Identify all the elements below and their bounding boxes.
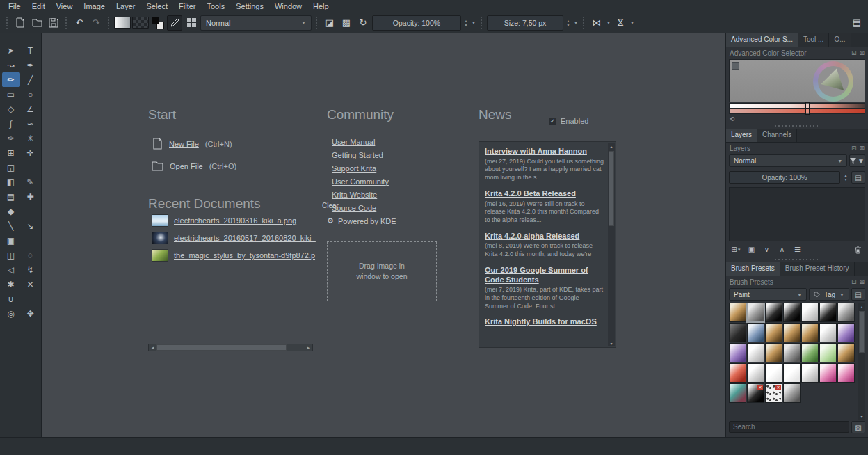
save-button[interactable] bbox=[46, 15, 61, 31]
brush-filter-dropdown[interactable]: Paint bbox=[729, 288, 807, 301]
toolbar-drag-handle[interactable] bbox=[65, 17, 67, 29]
new-file-link[interactable]: New File bbox=[169, 140, 199, 148]
menu-item[interactable]: Select bbox=[140, 1, 173, 12]
brush-preset[interactable] bbox=[837, 323, 855, 342]
scroll-left-icon[interactable] bbox=[149, 344, 156, 351]
menu-item[interactable]: Image bbox=[78, 1, 111, 12]
add-layer-button[interactable]: ⊞▼ bbox=[730, 244, 743, 255]
docker-splitter[interactable] bbox=[726, 123, 868, 129]
brush-preset[interactable] bbox=[783, 323, 801, 342]
tool-calligraphy[interactable]: ✒ bbox=[22, 58, 40, 72]
horizontal-scrollbar[interactable] bbox=[148, 344, 313, 351]
search-options-button[interactable]: ▧ bbox=[851, 421, 865, 433]
float-docker-icon[interactable]: ⊡ bbox=[851, 49, 857, 56]
brush-search-input[interactable] bbox=[729, 421, 849, 433]
toolbar-drag-handle[interactable] bbox=[481, 17, 483, 29]
tool-measure[interactable]: ↘ bbox=[22, 218, 40, 233]
redo-button[interactable]: ↷ bbox=[88, 15, 104, 31]
chevron-down-icon[interactable] bbox=[606, 21, 611, 25]
tool-crop[interactable]: ◱ bbox=[2, 160, 20, 175]
tool-pan[interactable]: ✥ bbox=[22, 306, 40, 321]
float-docker-icon[interactable]: ⊡ bbox=[851, 145, 857, 152]
tool-select-similar-color[interactable]: ✱ bbox=[2, 277, 20, 292]
open-file-link[interactable]: Open File bbox=[170, 162, 203, 170]
menu-item[interactable]: Window bbox=[269, 1, 307, 12]
duplicate-layer-button[interactable]: ▣ bbox=[745, 244, 758, 255]
brush-preset[interactable] bbox=[765, 363, 782, 383]
choose-gradient-button[interactable] bbox=[114, 15, 131, 31]
brush-preset[interactable] bbox=[801, 303, 819, 322]
eraser-mode-button[interactable]: ◪ bbox=[322, 15, 337, 31]
tool-color-sampler[interactable]: ✎ bbox=[22, 175, 40, 189]
float-docker-icon[interactable]: ⊡ bbox=[851, 278, 857, 285]
community-link[interactable]: User Community bbox=[332, 177, 389, 186]
tab-tool-options[interactable]: Tool ... bbox=[798, 33, 829, 47]
chevron-down-icon[interactable] bbox=[573, 21, 579, 25]
edit-brush-settings-button[interactable] bbox=[167, 15, 182, 31]
scrollbar-handle[interactable] bbox=[609, 151, 614, 226]
brush-preset[interactable] bbox=[765, 383, 782, 403]
menu-item[interactable]: File bbox=[3, 1, 26, 12]
menu-item[interactable]: Help bbox=[307, 1, 335, 12]
community-link[interactable]: Source Code bbox=[332, 204, 376, 212]
brush-grid-scrollbar[interactable] bbox=[858, 303, 865, 420]
tool-text[interactable]: T bbox=[22, 43, 40, 58]
menu-item[interactable]: Edit bbox=[26, 1, 51, 12]
brush-preset[interactable] bbox=[819, 343, 837, 362]
mirror-vertical-button[interactable]: ⋈ bbox=[613, 15, 628, 31]
acs-settings-icon[interactable] bbox=[732, 62, 739, 70]
close-docker-icon[interactable]: ⊠ bbox=[859, 49, 865, 56]
move-layer-down-button[interactable]: ∨ bbox=[760, 244, 773, 255]
tab-layers[interactable]: Layers bbox=[726, 129, 757, 142]
tool-select-magnetic[interactable]: ∪ bbox=[2, 292, 20, 306]
community-link[interactable]: Support Krita bbox=[332, 164, 376, 173]
refresh-icon[interactable]: ⟲ bbox=[730, 115, 735, 122]
new-document-button[interactable] bbox=[13, 15, 28, 31]
tool-freehand-path[interactable]: ∽ bbox=[22, 116, 40, 131]
community-link[interactable]: Getting Started bbox=[332, 151, 383, 159]
tool-select-bezier[interactable]: ✕ bbox=[22, 277, 40, 292]
tab-overview[interactable]: O... bbox=[829, 33, 851, 47]
brush-preset[interactable] bbox=[729, 383, 746, 403]
chevron-down-icon[interactable] bbox=[629, 21, 635, 25]
tab-brush-preset-history[interactable]: Brush Preset History bbox=[780, 262, 855, 276]
close-docker-icon[interactable]: ⊠ bbox=[859, 278, 865, 285]
tag-dropdown[interactable]: Tag bbox=[809, 288, 849, 301]
preserve-alpha-button[interactable]: ▩ bbox=[339, 15, 354, 31]
tool-fill[interactable]: ◆ bbox=[2, 204, 20, 218]
news-item-link[interactable]: Interview with Anna Hannon bbox=[485, 147, 604, 157]
news-enabled-checkbox[interactable]: ✓ Enabled bbox=[549, 117, 588, 125]
recent-document-link[interactable]: the_magic_stylus_by_tysontan-d9fp872.p bbox=[174, 251, 315, 260]
brush-preset[interactable] bbox=[765, 303, 782, 322]
news-scrollbar[interactable] bbox=[608, 143, 615, 346]
menu-item[interactable]: Layer bbox=[111, 1, 141, 12]
layer-list-options-button[interactable]: ▤ bbox=[851, 171, 865, 184]
tab-channels[interactable]: Channels bbox=[757, 129, 797, 142]
color-wheel[interactable] bbox=[813, 61, 853, 102]
scroll-right-icon[interactable] bbox=[305, 344, 312, 351]
layer-properties-button[interactable]: ☰ bbox=[791, 244, 804, 255]
tool-dynamic-brush[interactable]: ✑ bbox=[2, 131, 20, 145]
tool-polyline[interactable]: ∠ bbox=[22, 102, 40, 116]
news-item-link[interactable]: Krita 4.2.0-alpha Released bbox=[485, 232, 604, 241]
community-link[interactable]: User Manual bbox=[332, 138, 375, 146]
close-docker-icon[interactable]: ⊠ bbox=[859, 145, 865, 152]
tool-polygon[interactable]: ◇ bbox=[2, 102, 20, 116]
brush-preset[interactable] bbox=[819, 363, 837, 383]
scrollbar-handle[interactable] bbox=[859, 311, 865, 353]
choose-brush-preset-button[interactable] bbox=[184, 15, 199, 31]
brush-preset[interactable] bbox=[729, 303, 746, 322]
tool-multibrush[interactable]: ✳ bbox=[22, 131, 40, 145]
menu-item[interactable]: View bbox=[51, 1, 79, 12]
tool-assistants[interactable]: ╲ bbox=[2, 218, 20, 233]
scrollbar-handle[interactable] bbox=[156, 344, 287, 351]
news-item-link[interactable]: Our 2019 Google Summer of Code Students bbox=[485, 266, 604, 285]
tool-transform[interactable]: ⊞ bbox=[2, 145, 20, 160]
tool-ellipse[interactable]: ○ bbox=[22, 87, 40, 102]
brush-preset[interactable] bbox=[783, 363, 801, 383]
scroll-up-icon[interactable] bbox=[858, 303, 865, 310]
menu-item[interactable]: Settings bbox=[230, 1, 269, 12]
blending-mode-dropdown[interactable]: Normal bbox=[200, 15, 312, 31]
opacity-spinner[interactable] bbox=[463, 15, 469, 31]
brush-preset[interactable] bbox=[801, 323, 819, 342]
